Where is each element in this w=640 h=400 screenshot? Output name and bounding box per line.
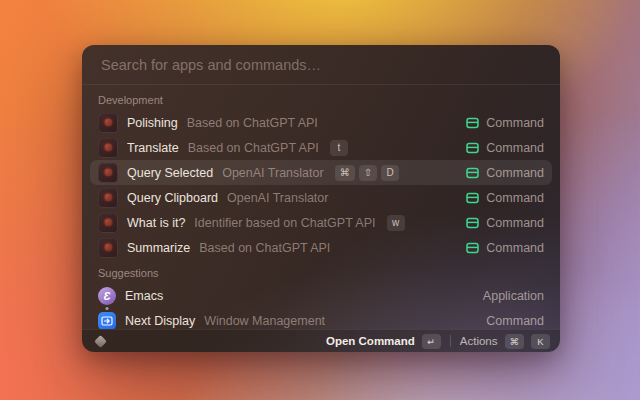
key-badge-shift: ⇧ (359, 165, 377, 181)
openai-translator-icon (98, 213, 118, 233)
item-type: Command (486, 166, 544, 180)
enter-key-badge: ↵ (422, 334, 441, 349)
section-header-suggestions: Suggestions (90, 260, 552, 283)
item-subtitle: Window Management (204, 314, 325, 328)
arrow-display-glyph (101, 315, 113, 327)
emacs-glyph: Ɛ (103, 290, 110, 302)
item-type: Command (486, 216, 544, 230)
item-type: Command (486, 191, 544, 205)
item-title: Query Selected (127, 166, 213, 180)
running-indicator-dot (106, 307, 109, 310)
cmd-key-badge: ⌘ (505, 334, 525, 349)
actions-button[interactable]: Actions (460, 335, 498, 347)
footer-divider (450, 335, 451, 347)
item-type: Command (486, 116, 544, 130)
list-item-query-clipboard[interactable]: Query Clipboard OpenAI Translator Comman… (90, 185, 552, 210)
item-subtitle: OpenAI Translator (222, 166, 323, 180)
item-type: Command (486, 314, 544, 328)
list-item-next-display[interactable]: Next Display Window Management Command (90, 308, 552, 329)
openai-translator-icon (98, 138, 118, 158)
command-icon (466, 142, 479, 154)
openai-translator-icon (98, 188, 118, 208)
command-icon (466, 217, 479, 229)
item-title: Translate (127, 141, 179, 155)
command-icon (466, 242, 479, 254)
next-display-icon (98, 312, 116, 330)
item-title: Query Clipboard (127, 191, 218, 205)
results-list: Development Polishing Based on ChatGPT A… (82, 85, 560, 329)
item-title: What is it? (127, 216, 185, 230)
section-header-development: Development (90, 87, 552, 110)
k-key-badge: K (531, 334, 550, 349)
list-item-summarize[interactable]: Summarize Based on ChatGPT API Command (90, 235, 552, 260)
key-badge-d: D (381, 165, 399, 181)
search-bar[interactable] (82, 45, 560, 85)
item-type: Application (483, 289, 544, 303)
list-item-query-selected[interactable]: Query Selected OpenAI Translator ⌘ ⇧ D C… (90, 160, 552, 185)
raycast-logo-icon (94, 335, 107, 348)
launcher-window: Development Polishing Based on ChatGPT A… (82, 45, 560, 352)
key-badge: t (330, 140, 348, 156)
item-subtitle: Identifier based on ChatGPT API (194, 216, 375, 230)
command-icon (466, 192, 479, 204)
list-item-translate[interactable]: Translate Based on ChatGPT API t Command (90, 135, 552, 160)
openai-translator-icon (98, 238, 118, 258)
item-subtitle: Based on ChatGPT API (188, 141, 319, 155)
list-item-what-is-it[interactable]: What is it? Identifier based on ChatGPT … (90, 210, 552, 235)
item-type: Command (486, 241, 544, 255)
item-title: Summarize (127, 241, 190, 255)
item-shortcut: ⌘ ⇧ D (335, 165, 399, 181)
command-icon (466, 167, 479, 179)
command-icon (466, 117, 479, 129)
openai-translator-icon (98, 113, 118, 133)
key-badge: w (387, 215, 405, 231)
key-badge-cmd: ⌘ (335, 165, 355, 181)
list-item-polishing[interactable]: Polishing Based on ChatGPT API Command (90, 110, 552, 135)
emacs-icon: Ɛ (98, 287, 116, 305)
item-subtitle: Based on ChatGPT API (199, 241, 330, 255)
item-alias: w (387, 215, 405, 231)
openai-translator-icon (98, 163, 118, 183)
item-alias: t (330, 140, 348, 156)
item-type: Command (486, 141, 544, 155)
item-subtitle: Based on ChatGPT API (187, 116, 318, 130)
item-title: Polishing (127, 116, 178, 130)
item-title: Emacs (125, 289, 163, 303)
item-subtitle: OpenAI Translator (227, 191, 328, 205)
search-input[interactable] (99, 56, 543, 74)
primary-action-button[interactable]: Open Command (326, 335, 415, 347)
list-item-emacs[interactable]: Ɛ Emacs Application (90, 283, 552, 308)
action-bar: Open Command ↵ Actions ⌘ K (82, 329, 560, 352)
item-title: Next Display (125, 314, 195, 328)
